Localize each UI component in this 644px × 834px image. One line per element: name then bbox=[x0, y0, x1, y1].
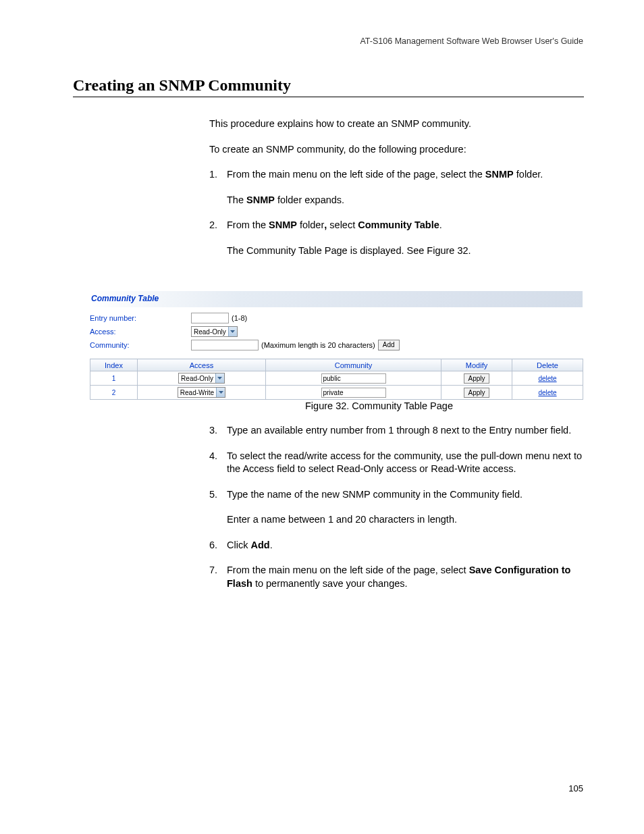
bold: SNMP bbox=[246, 194, 275, 205]
step-2: 2. From the SNMP folder, select Communit… bbox=[209, 219, 587, 257]
content-block-lower: 3. Type an available entry number from 1… bbox=[209, 424, 587, 603]
community-table-figure: Community Table Entry number: (1-8) Acce… bbox=[90, 291, 583, 400]
step-7: 7. From the main menu on the left side o… bbox=[209, 564, 587, 590]
th-access: Access bbox=[138, 359, 266, 371]
text: From the main menu on the left side of t… bbox=[227, 169, 485, 180]
access-row: Access: Read-Only bbox=[90, 325, 583, 338]
chevron-down-icon bbox=[228, 327, 237, 336]
select-value: Read-Only bbox=[179, 375, 215, 382]
step-number: 6. bbox=[209, 539, 227, 552]
step-body: To select the read/write access for the … bbox=[227, 450, 587, 476]
text: Click bbox=[227, 540, 250, 550]
step-sub: Enter a name between 1 and 20 characters… bbox=[227, 513, 587, 527]
figure-caption: Figure 32. Community Table Page bbox=[305, 400, 453, 411]
bold: Community Table bbox=[358, 219, 439, 230]
cell-access: Read-Only bbox=[138, 371, 266, 386]
delete-link[interactable]: delete bbox=[538, 389, 556, 396]
step-number: 7. bbox=[209, 564, 227, 590]
step-4: 4. To select the read/write access for t… bbox=[209, 450, 587, 476]
text: . bbox=[439, 219, 442, 230]
bold: SNMP bbox=[269, 219, 297, 230]
cell-modify: Apply bbox=[441, 386, 512, 400]
step-3: 3. Type an available entry number from 1… bbox=[209, 424, 587, 438]
row-access-select[interactable]: Read-Write bbox=[178, 387, 225, 398]
main-heading: Creating an SNMP Community bbox=[73, 76, 291, 95]
row-access-select[interactable]: Read-Only bbox=[178, 373, 225, 384]
text: to permanently save your changes. bbox=[252, 578, 408, 589]
delete-link[interactable]: delete bbox=[538, 375, 556, 382]
intro-p2: To create an SNMP community, do the foll… bbox=[209, 143, 587, 157]
text: Type the name of the new SNMP community … bbox=[227, 489, 522, 500]
row-community-input[interactable] bbox=[321, 373, 386, 384]
text: The bbox=[227, 194, 246, 205]
community-input[interactable] bbox=[191, 340, 259, 350]
text: select bbox=[327, 219, 358, 230]
th-modify: Modify bbox=[441, 359, 512, 371]
step-number: 1. bbox=[209, 168, 227, 207]
cell-index: 1 bbox=[90, 371, 138, 386]
text: . bbox=[270, 540, 273, 550]
cell-access: Read-Write bbox=[138, 386, 266, 400]
entry-number-input[interactable] bbox=[191, 313, 229, 323]
maxlen-hint: (Maximum length is 20 characters) bbox=[261, 341, 375, 349]
step-body: From the main menu on the left side of t… bbox=[227, 564, 587, 590]
community-row: Community: (Maximum length is 20 charact… bbox=[90, 338, 583, 352]
text: folder. bbox=[514, 169, 543, 180]
step-body: From the main menu on the left side of t… bbox=[227, 168, 587, 207]
text: From the bbox=[227, 219, 269, 230]
step-number: 4. bbox=[209, 450, 227, 476]
step-5: 5. Type the name of the new SNMP communi… bbox=[209, 488, 587, 527]
text: From the main menu on the left side of t… bbox=[227, 565, 469, 575]
step-number: 3. bbox=[209, 424, 227, 438]
row-community-input[interactable] bbox=[321, 388, 386, 398]
select-value: Read-Only bbox=[192, 328, 228, 336]
text: folder bbox=[297, 219, 324, 230]
th-delete: Delete bbox=[512, 359, 583, 371]
step-body: From the SNMP folder, select Community T… bbox=[227, 219, 587, 257]
th-community: Community bbox=[266, 359, 441, 371]
entry-number-row: Entry number: (1-8) bbox=[90, 311, 583, 325]
community-label: Community: bbox=[90, 341, 191, 349]
cell-community bbox=[266, 371, 441, 386]
form-block: Entry number: (1-8) Access: Read-Only Co… bbox=[90, 307, 583, 359]
chevron-down-icon bbox=[216, 388, 225, 397]
access-label: Access: bbox=[90, 328, 191, 336]
step-sub: The SNMP folder expands. bbox=[227, 194, 587, 207]
entry-number-label: Entry number: bbox=[90, 314, 191, 322]
chevron-down-icon bbox=[215, 373, 224, 383]
entry-range-hint: (1-8) bbox=[232, 314, 247, 322]
add-button[interactable]: Add bbox=[378, 340, 400, 350]
bold: SNMP bbox=[485, 169, 514, 180]
cell-community bbox=[266, 386, 441, 400]
cell-index: 2 bbox=[90, 386, 138, 400]
text: folder expands. bbox=[275, 194, 344, 205]
apply-button[interactable]: Apply bbox=[464, 373, 489, 384]
step-body: Type the name of the new SNMP community … bbox=[227, 488, 587, 527]
cell-delete: delete bbox=[512, 386, 583, 400]
intro-p1: This procedure explains how to create an… bbox=[209, 118, 587, 131]
apply-button[interactable]: Apply bbox=[464, 388, 489, 398]
th-index: Index bbox=[90, 359, 138, 371]
heading-rule bbox=[73, 97, 584, 97]
page-number: 105 bbox=[568, 783, 583, 793]
page-header: AT-S106 Management Software Web Browser … bbox=[360, 36, 583, 46]
cell-delete: delete bbox=[512, 371, 583, 386]
step-body: Click Add. bbox=[227, 539, 587, 552]
step-6: 6. Click Add. bbox=[209, 539, 587, 552]
step-body: Type an available entry number from 1 th… bbox=[227, 424, 587, 438]
step-sub: The Community Table Page is displayed. S… bbox=[227, 244, 587, 258]
community-table: Index Access Community Modify Delete 1 R… bbox=[90, 359, 583, 400]
panel-title: Community Table bbox=[90, 291, 583, 307]
step-1: 1. From the main menu on the left side o… bbox=[209, 168, 587, 207]
bold: Add bbox=[250, 540, 269, 550]
table-row: 1 Read-Only Apply delete bbox=[90, 371, 583, 386]
table-row: 2 Read-Write Apply delete bbox=[90, 386, 583, 400]
content-block-upper: This procedure explains how to create an… bbox=[209, 118, 587, 269]
cell-modify: Apply bbox=[441, 371, 512, 386]
table-header-row: Index Access Community Modify Delete bbox=[90, 359, 583, 371]
select-value: Read-Write bbox=[178, 389, 216, 396]
step-number: 5. bbox=[209, 488, 227, 527]
access-select[interactable]: Read-Only bbox=[191, 326, 238, 337]
step-number: 2. bbox=[209, 219, 227, 257]
